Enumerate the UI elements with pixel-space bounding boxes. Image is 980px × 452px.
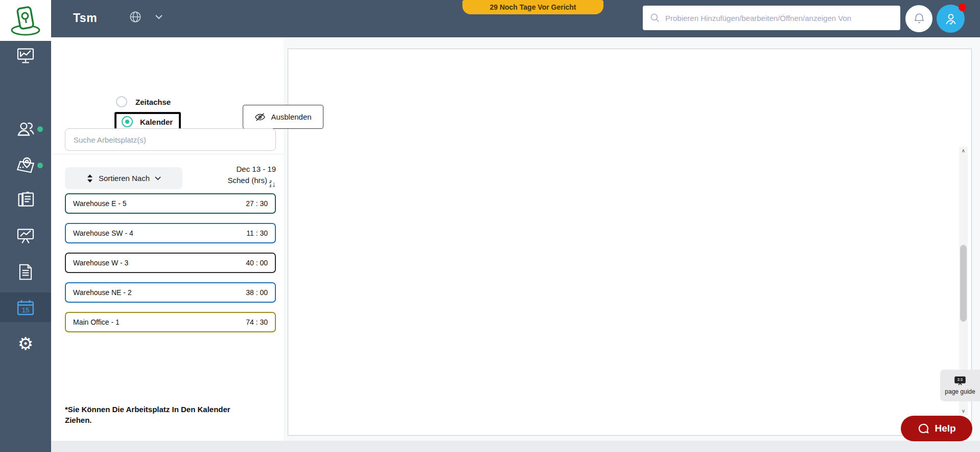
language-selector[interactable] bbox=[129, 10, 162, 24]
search-input[interactable] bbox=[665, 14, 893, 22]
sidebar-item-tracking[interactable] bbox=[0, 150, 51, 180]
sort-by-button[interactable]: Sortieren Nach bbox=[65, 167, 182, 189]
view-option-zeitachse[interactable]: Zeitachse bbox=[116, 96, 171, 107]
hide-button-label: Ausblenden bbox=[271, 112, 311, 121]
status-dot bbox=[37, 126, 43, 132]
workplace-hours: 27 : 30 bbox=[246, 199, 268, 208]
scroll-down-icon[interactable]: ∨ bbox=[962, 407, 965, 415]
page-guide-icon bbox=[954, 376, 966, 386]
globe-icon bbox=[129, 10, 142, 24]
date-range-label: Dec 13 - 19 bbox=[179, 164, 276, 175]
brand-name: Tsm bbox=[73, 11, 97, 25]
workplace-name: Warehouse NE - 2 bbox=[73, 288, 132, 297]
status-dot bbox=[37, 163, 43, 168]
workplace-hours: 40 : 00 bbox=[246, 259, 268, 267]
tsm-logo-icon bbox=[7, 4, 44, 37]
scroll-up-icon[interactable]: ∧ bbox=[962, 147, 965, 155]
page-guide-button[interactable]: page guide bbox=[940, 370, 980, 401]
bell-icon bbox=[913, 12, 926, 26]
search-icon bbox=[650, 13, 660, 23]
workplace-card[interactable]: Main Office - 174 : 30 bbox=[65, 312, 276, 332]
sched-hours-label: Sched (hrs)21↓ bbox=[179, 175, 276, 190]
divider bbox=[51, 154, 284, 154]
sidebar-item-documents[interactable] bbox=[0, 257, 51, 287]
chat-bubble-icon bbox=[917, 422, 929, 435]
workplace-card[interactable]: Warehouse E - 527 : 30 bbox=[65, 193, 276, 214]
sort-by-label: Sortieren Nach bbox=[99, 174, 150, 183]
workplace-hours: 74 : 30 bbox=[246, 318, 268, 326]
svg-text:15: 15 bbox=[22, 306, 30, 314]
drag-hint-note: *Sie Können Die Arbeitsplatz In Den Kale… bbox=[65, 404, 234, 425]
workplace-name: Warehouse SW - 4 bbox=[73, 229, 133, 237]
workplace-search-input[interactable] bbox=[65, 128, 276, 151]
eye-off-icon bbox=[254, 111, 266, 123]
chevron-down-icon bbox=[155, 15, 162, 19]
notification-dot bbox=[959, 4, 966, 11]
app-logo[interactable] bbox=[0, 0, 51, 41]
countdown-badge: 29 Noch Tage Vor Gericht bbox=[462, 0, 603, 14]
workplace-card[interactable]: Warehouse NE - 238 : 00 bbox=[65, 282, 276, 303]
sidebar-item-team[interactable] bbox=[0, 114, 51, 144]
users-icon bbox=[15, 118, 36, 140]
presentation-chart-icon bbox=[15, 226, 36, 246]
sidebar-item-settings[interactable]: ⚙ bbox=[0, 329, 51, 358]
notes-icon bbox=[15, 190, 36, 210]
workplace-card[interactable]: Warehouse W - 340 : 00 bbox=[65, 253, 276, 273]
workplace-name: Warehouse W - 3 bbox=[73, 259, 128, 267]
sidebar-item-notes[interactable] bbox=[0, 185, 51, 215]
sidebar-item-dashboard[interactable] bbox=[0, 41, 51, 71]
global-search[interactable] bbox=[643, 6, 900, 30]
footer-strip bbox=[51, 441, 980, 452]
page-guide-label: page guide bbox=[945, 388, 975, 395]
monitor-chart-icon bbox=[15, 46, 36, 66]
sidebar-item-calendar[interactable]: 15 bbox=[0, 292, 51, 322]
sort-arrows-icon bbox=[86, 174, 94, 183]
workplace-name: Warehouse E - 5 bbox=[73, 199, 127, 208]
calendar-icon: 15 bbox=[15, 297, 36, 318]
chevron-down-icon bbox=[155, 176, 161, 180]
workplace-panel: Zeitachse Kalender Ausblenden Arbeitspla… bbox=[51, 37, 284, 441]
sidebar-nav: 15 ⚙ bbox=[0, 37, 51, 452]
calendar-card bbox=[288, 49, 972, 436]
notifications-button[interactable] bbox=[905, 5, 932, 32]
workplace-name: Main Office - 1 bbox=[73, 318, 120, 326]
help-button[interactable]: Help bbox=[901, 416, 972, 441]
document-icon bbox=[16, 262, 35, 282]
sched-range-label: Dec 13 - 19 Sched (hrs)21↓ bbox=[179, 164, 276, 190]
radio-icon[interactable] bbox=[122, 116, 133, 127]
workplace-list: Warehouse E - 527 : 30Warehouse SW - 411… bbox=[65, 193, 276, 342]
app-root: Tsm 29 Noch Tage Vor Gericht bbox=[0, 0, 980, 452]
help-label: Help bbox=[935, 423, 955, 434]
scrollbar-thumb[interactable] bbox=[960, 245, 967, 322]
sidebar-item-reports[interactable] bbox=[0, 221, 51, 251]
top-bar: Tsm 29 Noch Tage Vor Gericht bbox=[0, 0, 980, 37]
hide-button[interactable]: Ausblenden bbox=[243, 105, 323, 129]
user-icon bbox=[943, 11, 959, 27]
workplace-hours: 38 : 00 bbox=[246, 288, 268, 297]
workplace-card[interactable]: Warehouse SW - 411 : 30 bbox=[65, 223, 276, 243]
workplace-hours: 11 : 30 bbox=[246, 229, 268, 237]
view-option-label: Zeitachse bbox=[135, 98, 171, 106]
radio-icon[interactable] bbox=[116, 96, 127, 107]
gear-icon: ⚙ bbox=[18, 335, 33, 352]
map-pin-icon bbox=[15, 154, 36, 176]
view-option-label: Kalender bbox=[140, 118, 173, 126]
numeric-sort-icon[interactable]: 21↓ bbox=[269, 178, 276, 190]
